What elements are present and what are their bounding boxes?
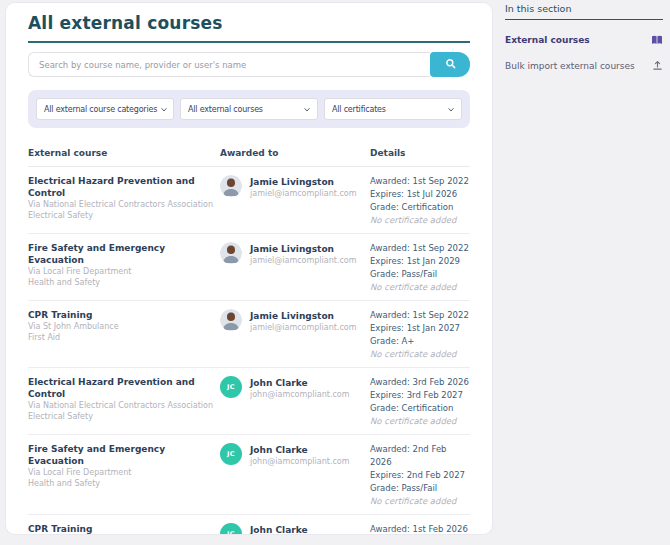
course-provider: Via National Electrical Contractors Asso… (28, 199, 220, 210)
user-email: john@iamcompliant.com (250, 456, 350, 467)
detail-awarded: Awarded: 1st Feb 2026 (370, 523, 470, 535)
details-cell: Awarded: 1st Sep 2022 Expires: 1st Jan 2… (370, 309, 470, 361)
awarded-to-cell: JC John Clarke john@iamcompliant.com (220, 523, 370, 535)
detail-expires: Expires: 1st Jan 2027 (370, 322, 470, 335)
search-button[interactable] (430, 52, 470, 77)
course-title: Electrical Hazard Prevention and Control (28, 175, 220, 199)
course-category: Electrical Safety (28, 411, 220, 422)
sidebar-item-label: Bulk import external courses (505, 61, 635, 71)
course-title: Fire Safety and Emergency Evacuation (28, 242, 220, 266)
filter-certificate-select[interactable]: All certificates (324, 98, 462, 120)
detail-certificate-note: No certificate added (370, 415, 470, 428)
course-title: Fire Safety and Emergency Evacuation (28, 443, 220, 467)
details-cell: Awarded: 1st Sep 2022 Expires: 1st Jul 2… (370, 175, 470, 227)
column-header-course: External course (28, 148, 220, 158)
chevron-down-icon (161, 107, 167, 112)
title-underline (28, 41, 470, 43)
table-row: CPR Training Via St John Ambulance First… (28, 515, 470, 535)
awarded-to-cell: Jamie Livingston jamiel@iamcompliant.com (220, 309, 370, 361)
detail-awarded: Awarded: 3rd Feb 2026 (370, 376, 470, 389)
avatar-photo (220, 242, 242, 264)
upload-icon (652, 60, 663, 71)
detail-grade: Grade: Certification (370, 201, 470, 214)
table-row: Electrical Hazard Prevention and Control… (28, 368, 470, 435)
sidebar-item-bulk-import[interactable]: Bulk import external courses (505, 60, 663, 71)
course-title: CPR Training (28, 309, 220, 321)
user-email: jamiel@iamcompliant.com (250, 188, 357, 199)
avatar-initials: JC (220, 523, 242, 535)
avatar-photo (220, 175, 242, 197)
awarded-to-cell: Jamie Livingston jamiel@iamcompliant.com (220, 242, 370, 294)
detail-awarded: Awarded: 1st Sep 2022 (370, 175, 470, 188)
course-cell: Electrical Hazard Prevention and Control… (28, 376, 220, 428)
detail-expires: Expires: 1st Jan 2029 (370, 255, 470, 268)
table-header: External course Awarded to Details (28, 148, 470, 167)
filter-course-value: All external courses (188, 105, 263, 114)
page-title: All external courses (28, 13, 470, 33)
detail-awarded: Awarded: 1st Sep 2022 (370, 309, 470, 322)
user-info: John Clarke john@iamcompliant.com (250, 443, 350, 467)
user-info: John Clarke john@iamcompliant.com (250, 523, 350, 535)
course-title: CPR Training (28, 523, 220, 535)
detail-expires: Expires: 1st Jul 2026 (370, 188, 470, 201)
filter-category-select[interactable]: All external course categories (36, 98, 174, 120)
filter-category-value: All external course categories (44, 105, 157, 114)
user-name: John Clarke (250, 377, 350, 389)
table-row: Fire Safety and Emergency Evacuation Via… (28, 435, 470, 515)
details-cell: Awarded: 1st Feb 2026 Expires: 1st Feb 2… (370, 523, 470, 535)
course-provider: Via National Electrical Contractors Asso… (28, 400, 220, 411)
table-body: Electrical Hazard Prevention and Control… (28, 167, 470, 535)
awarded-to-cell: Jamie Livingston jamiel@iamcompliant.com (220, 175, 370, 227)
course-title: Electrical Hazard Prevention and Control (28, 376, 220, 400)
detail-awarded: Awarded: 2nd Feb 2026 (370, 443, 470, 469)
search-icon (445, 57, 456, 72)
user-info: Jamie Livingston jamiel@iamcompliant.com (250, 242, 357, 266)
column-header-details: Details (370, 148, 470, 158)
course-provider: Via Local Fire Department (28, 266, 220, 277)
sidebar-heading: In this section (505, 0, 663, 20)
avatar-initials: JC (220, 443, 242, 465)
details-cell: Awarded: 2nd Feb 2026 Expires: 2nd Feb 2… (370, 443, 470, 508)
search-input[interactable] (28, 52, 430, 77)
user-email: jamiel@iamcompliant.com (250, 322, 357, 333)
detail-certificate-note: No certificate added (370, 214, 470, 227)
detail-expires: Expires: 3rd Feb 2027 (370, 389, 470, 402)
section-sidebar: In this section External courses Bulk im… (505, 0, 663, 71)
awarded-to-cell: JC John Clarke john@iamcompliant.com (220, 376, 370, 428)
course-category: Health and Safety (28, 277, 220, 288)
detail-grade: Grade: Pass/Fail (370, 268, 470, 281)
table-row: Electrical Hazard Prevention and Control… (28, 167, 470, 234)
course-category: Electrical Safety (28, 210, 220, 221)
user-info: Jamie Livingston jamiel@iamcompliant.com (250, 309, 357, 333)
detail-certificate-note: No certificate added (370, 348, 470, 361)
filter-bar: All external course categories All exter… (28, 90, 470, 128)
user-info: John Clarke john@iamcompliant.com (250, 376, 350, 400)
detail-grade: Grade: A+ (370, 335, 470, 348)
table-row: CPR Training Via St John Ambulance First… (28, 301, 470, 368)
sidebar-item-label: External courses (505, 35, 590, 45)
sidebar-item-external-courses[interactable]: External courses (505, 35, 663, 45)
course-cell: Electrical Hazard Prevention and Control… (28, 175, 220, 227)
detail-awarded: Awarded: 1st Sep 2022 (370, 242, 470, 255)
details-cell: Awarded: 1st Sep 2022 Expires: 1st Jan 2… (370, 242, 470, 294)
chevron-down-icon (448, 107, 454, 112)
chevron-down-icon (304, 107, 310, 112)
filter-certificate-value: All certificates (332, 105, 386, 114)
user-name: John Clarke (250, 444, 350, 456)
awarded-to-cell: JC John Clarke john@iamcompliant.com (220, 443, 370, 508)
user-info: Jamie Livingston jamiel@iamcompliant.com (250, 175, 357, 199)
filter-course-select[interactable]: All external courses (180, 98, 318, 120)
detail-certificate-note: No certificate added (370, 495, 470, 508)
main-panel: All external courses All external course… (5, 2, 493, 535)
user-name: John Clarke (250, 524, 350, 535)
user-email: jamiel@iamcompliant.com (250, 255, 357, 266)
avatar-initials: JC (220, 376, 242, 398)
book-icon (651, 35, 663, 45)
course-cell: Fire Safety and Emergency Evacuation Via… (28, 443, 220, 508)
user-email: john@iamcompliant.com (250, 389, 350, 400)
course-cell: Fire Safety and Emergency Evacuation Via… (28, 242, 220, 294)
detail-grade: Grade: Pass/Fail (370, 482, 470, 495)
user-name: Jamie Livingston (250, 243, 357, 255)
detail-certificate-note: No certificate added (370, 281, 470, 294)
avatar-photo (220, 309, 242, 331)
